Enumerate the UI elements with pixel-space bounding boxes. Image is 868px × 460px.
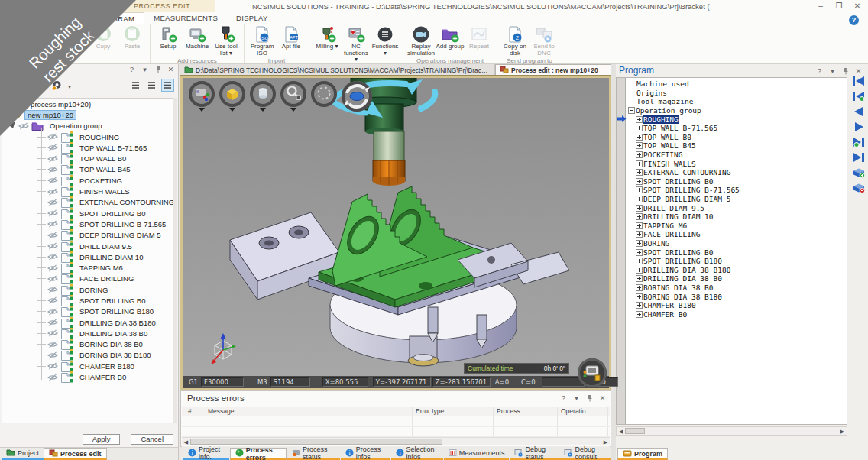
save-state-add-button[interactable] bbox=[851, 167, 866, 179]
program-line-top-wall-b0[interactable]: TOP WALL B0 bbox=[627, 133, 847, 142]
scroll-right-icon[interactable]: ▶ bbox=[601, 439, 610, 445]
go-to-last-button[interactable] bbox=[851, 151, 866, 164]
info-tab-debug-consult[interactable]: Debug consult bbox=[559, 448, 611, 460]
program-panel-pin-icon[interactable] bbox=[842, 67, 849, 75]
tree-node-operation-group[interactable]: Operation group bbox=[2, 121, 176, 131]
machine-status-icon[interactable] bbox=[578, 358, 607, 387]
expand-box-icon[interactable] bbox=[636, 302, 643, 309]
tree-operation-deep-drilling-diam-5[interactable]: DEEP DRILLING DIAM 5 bbox=[2, 230, 176, 241]
zoom-icon-button[interactable] bbox=[280, 81, 306, 112]
setup-button[interactable]: Setup bbox=[154, 24, 183, 50]
tree-operation-spot-drilling-b0[interactable]: SPOT DRILLING B0 bbox=[2, 208, 176, 219]
info-tab-selection-infos[interactable]: iSelection infos bbox=[391, 448, 443, 460]
dropdown-caret-icon[interactable] bbox=[229, 108, 235, 112]
play-to-next-tool-button[interactable] bbox=[851, 136, 866, 148]
expand-box-icon[interactable] bbox=[636, 151, 643, 158]
view-manager-icon-button[interactable] bbox=[189, 81, 215, 112]
program-line-top-wall-b45[interactable]: TOP WALL B45 bbox=[627, 141, 847, 151]
program-line-spot-drilling-b-71-565[interactable]: SPOT DRILLING B-71.565 bbox=[627, 186, 847, 195]
functions-button[interactable]: Functions ▾ bbox=[371, 24, 400, 57]
program-line-spot-drilling-b0[interactable]: SPOT DRILLING B0 bbox=[627, 177, 847, 186]
go-to-first-button[interactable] bbox=[851, 75, 866, 87]
rotate-view-icon-button[interactable] bbox=[342, 81, 372, 112]
program-panel-close-button[interactable]: ✕ bbox=[855, 67, 862, 75]
tree-operation-boring-dia-38-b180[interactable]: BORING DIA 38 B180 bbox=[2, 350, 176, 361]
expand-box-icon[interactable] bbox=[636, 222, 643, 229]
program-line-chamfer-b0[interactable]: CHAMFER B0 bbox=[627, 309, 847, 319]
expand-box-icon[interactable] bbox=[636, 249, 643, 256]
tree-operation-boring-dia-38-b0[interactable]: BORING DIA 38 B0 bbox=[2, 339, 176, 350]
tab-project[interactable]: Project bbox=[2, 448, 44, 460]
milling-button[interactable]: Milling ▾ bbox=[313, 24, 342, 50]
minimize-button[interactable]: – bbox=[815, 2, 827, 11]
process-errors-hscrollbar[interactable]: ◀ ▶ bbox=[182, 437, 610, 445]
expand-box-icon[interactable] bbox=[636, 169, 643, 176]
program-line-boring[interactable]: BORING bbox=[627, 239, 847, 248]
info-tab-measurements[interactable]: Measurements bbox=[444, 448, 510, 460]
info-tab-process-infos[interactable]: iProcess infos bbox=[341, 448, 390, 460]
program-line-external-contourning[interactable]: EXTERNAL CONTOURNING bbox=[627, 168, 847, 177]
program-hscrollbar[interactable]: ◀ ▶ bbox=[616, 426, 847, 436]
column-header-message[interactable]: Message bbox=[208, 407, 235, 415]
expand-box-icon[interactable] bbox=[636, 116, 643, 123]
info-tab-project-info-[interactable]: iProject info. bbox=[183, 448, 229, 460]
tree-operation-spot-drilling-b0[interactable]: SPOT DRILLING B0 bbox=[2, 295, 176, 306]
expand-box-icon[interactable] bbox=[636, 205, 643, 212]
expand-box-icon[interactable] bbox=[636, 125, 643, 131]
expand-box-icon[interactable] bbox=[636, 178, 643, 185]
expand-box-icon[interactable] bbox=[636, 134, 643, 141]
expand-box-icon[interactable] bbox=[636, 142, 643, 149]
program-line-deep-drilling-diam-5[interactable]: DEEP DRILLING DIAM 5 bbox=[627, 195, 847, 204]
info-tab-debug-status[interactable]: Debug status bbox=[510, 448, 559, 460]
expand-box-icon[interactable] bbox=[636, 213, 643, 220]
tree-operation-chamfer-b180[interactable]: CHAMFER B180 bbox=[2, 361, 176, 371]
dropdown-caret-icon[interactable] bbox=[260, 108, 266, 112]
nc-functions-button[interactable]: NC functions ▾ bbox=[342, 24, 371, 63]
process-errors-close-button[interactable]: ✕ bbox=[599, 394, 606, 402]
info-tab-process-status[interactable]: Process status bbox=[287, 448, 340, 460]
collapse-box-icon[interactable] bbox=[628, 107, 635, 114]
tree-operation-spot-drilling-b-71-565[interactable]: SPOT DRILLING B-71.565 bbox=[2, 219, 176, 229]
scroll-left-icon[interactable]: ◀ bbox=[182, 439, 190, 445]
expand-box-icon[interactable] bbox=[636, 258, 643, 264]
program-line-tool-magazine[interactable]: Tool magazine bbox=[627, 97, 847, 106]
tree-operation-drilling-diam-10[interactable]: DRILLING DIAM 10 bbox=[2, 251, 176, 262]
program-line-chamfer-b180[interactable]: CHAMFER B180 bbox=[627, 301, 847, 310]
apt-file-button[interactable]: APTApt file bbox=[277, 24, 306, 50]
go-to-first-tool-button[interactable] bbox=[851, 90, 866, 102]
tab-program[interactable]: Program bbox=[617, 448, 668, 460]
expand-box-icon[interactable] bbox=[636, 284, 643, 291]
tree-operation-roughing[interactable]: ROUGHING bbox=[2, 131, 176, 142]
tree-operation-tapping-m6[interactable]: TAPPING M6 bbox=[2, 262, 176, 273]
expand-box-icon[interactable] bbox=[636, 160, 643, 167]
tool-list-button[interactable]: Use tool list ▾ bbox=[212, 24, 241, 57]
program-line-drilling-dia-38-b0[interactable]: DRILLING DIA 38 B0 bbox=[627, 274, 847, 283]
program-line-roughing[interactable]: ROUGHING bbox=[627, 115, 847, 124]
program-line-spot-drilling-b0[interactable]: SPOT DRILLING B0 bbox=[627, 248, 847, 257]
expand-box-icon[interactable] bbox=[636, 196, 643, 202]
expand-box-icon[interactable] bbox=[636, 186, 643, 193]
cancel-button[interactable]: Cancel bbox=[131, 434, 173, 445]
tool-display-icon-button[interactable] bbox=[250, 81, 276, 112]
scroll-thumb[interactable] bbox=[625, 428, 645, 434]
document-tab-2[interactable]: Process edit : new mp10+20 bbox=[495, 64, 611, 76]
dropdown-caret-icon[interactable] bbox=[290, 108, 296, 112]
add-group-button[interactable]: Add group bbox=[436, 24, 465, 50]
process-errors-help-button[interactable]: ? bbox=[560, 394, 567, 402]
tab-process-edit[interactable]: Process edit bbox=[44, 448, 107, 460]
program-line-finish-walls[interactable]: FINISH WALLS bbox=[627, 159, 847, 168]
tree-operation-drilling-dia-38-b0[interactable]: DRILLING DIA 38 B0 bbox=[2, 328, 176, 339]
column-header--[interactable]: # bbox=[188, 407, 192, 415]
document-tab-1[interactable]: D:\Data\SPRING TECHNOLOGIES\NCSIMUL SOLU… bbox=[180, 64, 495, 76]
program-line-boring-dia-38-b180[interactable]: BORING DIA 38 B180 bbox=[627, 292, 847, 301]
tree-operation-spot-drilling-b180[interactable]: SPOT DRILLING B180 bbox=[2, 306, 176, 317]
column-header-error-type[interactable]: Error type bbox=[416, 407, 444, 415]
left-panel-help-button[interactable]: ? bbox=[128, 66, 135, 73]
ribbon-tab-measurements[interactable]: MEASUREMENTS bbox=[144, 12, 227, 24]
tree-operation-top-wall-b0[interactable]: TOP WALL B0 bbox=[2, 153, 176, 164]
process-errors-menu-arrow-button[interactable]: ▾ bbox=[573, 394, 580, 402]
close-button[interactable]: ✕ bbox=[851, 2, 863, 11]
restore-button[interactable]: ❐ bbox=[833, 2, 845, 11]
tree-operation-chamfer-b0[interactable]: CHAMFER B0 bbox=[2, 371, 176, 382]
program-line-spot-drilling-b180[interactable]: SPOT DRILLING B180 bbox=[627, 257, 847, 266]
